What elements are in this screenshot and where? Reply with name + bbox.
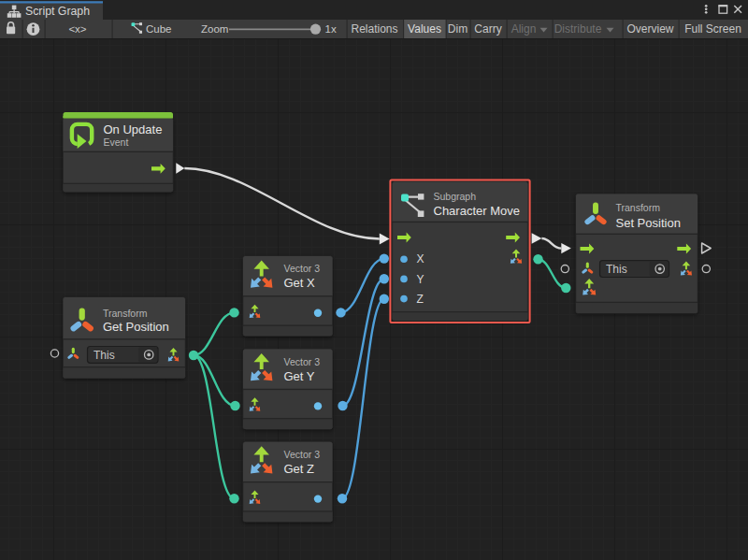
svg-text:Transform: Transform	[616, 202, 661, 213]
svg-text:Dim: Dim	[448, 22, 468, 36]
svg-text:Get Position: Get Position	[103, 320, 169, 334]
svg-text:Values: Values	[408, 22, 441, 36]
svg-text:Z: Z	[417, 293, 424, 306]
svg-text:Zoom: Zoom	[201, 23, 228, 35]
svg-text:Vector 3: Vector 3	[284, 449, 321, 460]
svg-text:Y: Y	[417, 273, 424, 286]
svg-text:Carry: Carry	[474, 22, 501, 36]
svg-text:Full Screen: Full Screen	[684, 22, 741, 36]
svg-text:Vector 3: Vector 3	[284, 263, 321, 274]
svg-text:Get Y: Get Y	[284, 369, 315, 383]
svg-text:Overview: Overview	[626, 22, 673, 36]
svg-text:Subgraph: Subgraph	[434, 191, 477, 202]
svg-text:Align: Align	[511, 22, 537, 36]
svg-text:X: X	[417, 252, 424, 266]
svg-text:On Update: On Update	[104, 122, 163, 136]
svg-text:Character Move: Character Move	[434, 204, 520, 218]
svg-text:Cube: Cube	[146, 23, 172, 35]
svg-text:Transform: Transform	[103, 308, 148, 319]
svg-text:Set Position: Set Position	[616, 216, 681, 230]
svg-text:Get Z: Get Z	[284, 462, 315, 476]
svg-text:<x>: <x>	[68, 23, 86, 35]
svg-text:Distribute: Distribute	[554, 22, 602, 36]
svg-text:Script Graph: Script Graph	[25, 5, 90, 18]
svg-text:Get X: Get X	[284, 276, 316, 290]
svg-text:This: This	[94, 349, 115, 362]
svg-text:Vector 3: Vector 3	[284, 356, 321, 367]
svg-text:Relations: Relations	[351, 22, 397, 36]
svg-text:Event: Event	[104, 136, 129, 148]
svg-text:1x: 1x	[325, 23, 337, 35]
svg-text:This: This	[606, 263, 627, 276]
